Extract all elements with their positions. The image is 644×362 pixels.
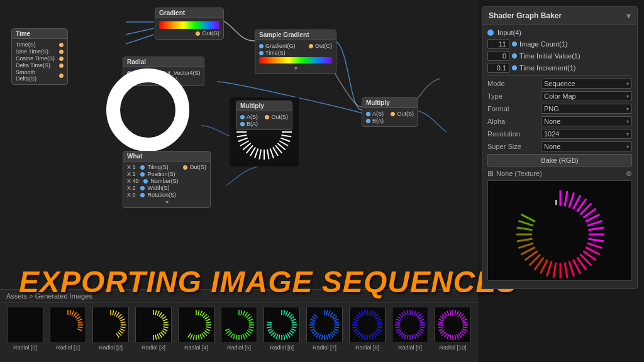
time-increment-label: Time Increment(1): [519, 64, 575, 72]
svg-line-1: [126, 28, 154, 35]
time-initial-row: Time Initial Value(1): [487, 51, 632, 61]
resolution-select[interactable]: 1024 ▾: [541, 129, 632, 139]
time-initial-input[interactable]: [487, 51, 509, 61]
asset-item[interactable]: Radial [7]: [304, 307, 345, 351]
time-initial-label: Time Initial Value(1): [519, 52, 580, 60]
multiply1-node[interactable]: Multiply A(S)Out(S) B(A): [362, 97, 418, 127]
input-radio[interactable]: [487, 30, 494, 36]
gradient-node-header: Gradient: [155, 8, 223, 18]
type-row: Type Color Map ▾: [487, 91, 632, 101]
mode-label: Mode: [487, 80, 541, 87]
supersize-select[interactable]: None ▾: [541, 141, 632, 151]
mode-value: Sequence: [544, 80, 575, 87]
asset-item[interactable]: Radial [2]: [91, 307, 131, 351]
baker-panel-header: Shader Graph Baker ▾: [482, 7, 637, 25]
texture-label: None (Texture): [496, 170, 542, 177]
baker-title: Shader Graph Baker: [489, 11, 562, 20]
white-ring-preview: [101, 63, 195, 157]
assets-items: Radial [0]Radial [1]Radial [2]Radial [3]…: [0, 303, 478, 354]
baker-preview: [487, 180, 632, 281]
bake-button[interactable]: Bake (RGB): [487, 154, 632, 167]
type-label: Type: [487, 92, 541, 100]
texture-icon: ⊞: [487, 169, 494, 178]
format-label: Format: [487, 105, 541, 112]
what-node[interactable]: What X 1Tiling(S)Out(S) X 1Position(S) X…: [123, 151, 211, 208]
time-initial-connector: [512, 53, 517, 58]
svg-line-2: [126, 35, 154, 44]
asset-label: Radial [4]: [184, 344, 208, 351]
time-increment-input[interactable]: [487, 63, 509, 73]
time-increment-row: Time Increment(1): [487, 63, 632, 73]
image-count-row: Image Count(1): [487, 39, 632, 49]
asset-item[interactable]: Radial [1]: [48, 307, 88, 351]
mode-row: Mode Sequence ▾: [487, 79, 632, 89]
what-header: What: [123, 151, 210, 162]
multiply1-header: Multiply: [362, 98, 418, 108]
resolution-label: Resolution: [487, 130, 541, 138]
alpha-row: Alpha None ▾: [487, 116, 632, 126]
image-count-input[interactable]: [487, 39, 509, 49]
time-increment-connector: [512, 65, 517, 70]
node-graph: Gradient Out(G) Time Time(S) Sine Time(S…: [0, 0, 478, 289]
asset-item[interactable]: Radial [10]: [433, 307, 473, 351]
asset-item[interactable]: Radial [0]: [5, 307, 45, 351]
page-title: Exporting image sequences: [19, 265, 517, 299]
baker-content: Input(4) Image Count(1) Time Initial Val…: [482, 25, 637, 288]
gradient-out-port: [196, 31, 200, 36]
texture-add-icon[interactable]: ⊕: [626, 169, 632, 178]
supersize-row: Super Size None ▾: [487, 141, 632, 151]
asset-label: Radial [7]: [313, 344, 336, 351]
resolution-arrow: ▾: [626, 131, 629, 137]
texture-row: ⊞ None (Texture) ⊕: [487, 169, 632, 178]
type-arrow: ▾: [626, 94, 629, 99]
resolution-row: Resolution 1024 ▾: [487, 129, 632, 139]
time-node-header: Time: [12, 29, 67, 39]
asset-item[interactable]: Radial [4]: [176, 307, 216, 351]
asset-item[interactable]: Radial [3]: [133, 307, 174, 351]
alpha-value: None: [544, 118, 560, 125]
resolution-value: 1024: [544, 130, 559, 138]
asset-item[interactable]: Radial [9]: [390, 307, 430, 351]
gradient-node[interactable]: Gradient Out(G): [155, 8, 224, 40]
supersize-arrow: ▾: [626, 144, 629, 150]
multiply2-node[interactable]: Multiply A(S)Out(S) B(A): [236, 101, 292, 130]
alpha-select[interactable]: None ▾: [541, 116, 632, 126]
preview-svg: [488, 181, 632, 281]
asset-label: Radial [9]: [398, 344, 422, 351]
baker-chevron: ▾: [626, 11, 631, 21]
supersize-label: Super Size: [487, 143, 541, 150]
asset-label: Radial [6]: [270, 344, 294, 351]
svg-rect-42: [8, 307, 43, 343]
asset-label: Radial [5]: [227, 344, 251, 351]
image-count-label: Image Count(1): [519, 40, 567, 48]
asset-item[interactable]: Radial [5]: [219, 307, 259, 351]
alpha-label: Alpha: [487, 118, 541, 125]
time-out-port: [59, 43, 64, 47]
asset-label: Radial [3]: [142, 344, 165, 351]
input-row: Input(4): [487, 29, 632, 36]
sample-gradient-header: Sample Gradient: [255, 30, 336, 40]
image-count-connector: [512, 41, 517, 47]
asset-item[interactable]: Radial [8]: [347, 307, 387, 351]
supersize-value: None: [544, 143, 560, 150]
sample-gradient-node[interactable]: Sample Gradient Gradient(G)Out(C) Time(S…: [255, 30, 336, 74]
svg-rect-408: [555, 200, 557, 205]
asset-label: Radial [1]: [56, 344, 80, 351]
format-select[interactable]: PNG ▾: [541, 104, 632, 114]
type-value: Color Map: [544, 92, 576, 100]
asset-item[interactable]: Radial [6]: [262, 307, 302, 351]
svg-point-3: [113, 75, 182, 145]
format-arrow: ▾: [626, 106, 629, 112]
input-label: Input(4): [497, 29, 521, 36]
multiply2-header: Multiply: [236, 101, 292, 111]
mode-select[interactable]: Sequence ▾: [541, 79, 632, 89]
format-value: PNG: [544, 105, 559, 112]
asset-label: Radial [0]: [13, 344, 37, 351]
type-select[interactable]: Color Map ▾: [541, 91, 632, 101]
mode-arrow: ▾: [626, 81, 629, 87]
time-node[interactable]: Time Time(S) Sine Time(S) Cosine Time(S)…: [11, 28, 68, 85]
asset-label: Radial [8]: [355, 344, 379, 351]
asset-label: Radial [10]: [439, 344, 466, 351]
assets-bar: Assets > Generated Images Radial [0]Radi…: [0, 289, 478, 362]
baker-panel: Shader Graph Baker ▾ Input(4) Image Coun…: [482, 6, 638, 289]
